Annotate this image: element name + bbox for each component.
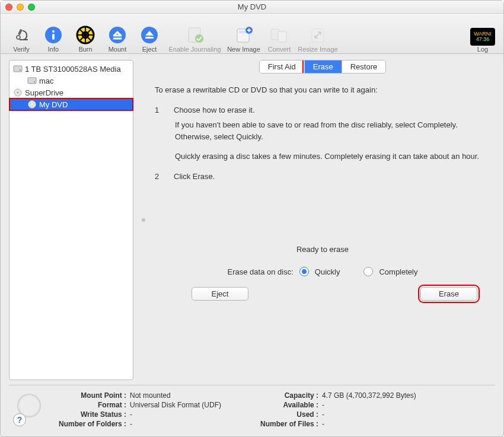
sidebar-item-superdrive[interactable]: SuperDrive: [9, 87, 133, 98]
radio-label: Quickly: [315, 267, 340, 276]
log-line: 47:36: [476, 37, 490, 42]
optical-drive-icon: [13, 88, 23, 97]
meta-key: Available :: [253, 401, 318, 409]
meta-key: Number of Files :: [253, 420, 318, 428]
burn-button[interactable]: Burn: [71, 17, 100, 53]
info-button[interactable]: Info: [39, 17, 68, 53]
erase-action-button[interactable]: Erase: [420, 287, 477, 301]
step-detail: Quickly erasing a disc takes a few minut…: [175, 151, 490, 162]
tab-label: Restore: [350, 62, 378, 71]
main-panel: First Aid Erase Restore To erase a rewri…: [150, 60, 495, 380]
erase-controls: Ready to erase Erase data on disc: Quick…: [150, 245, 495, 301]
sidebar[interactable]: 1 TB ST31000528AS Media mac SuperDrive M…: [9, 60, 133, 380]
tab-erase[interactable]: Erase: [304, 60, 342, 73]
footer-info: Mount Point :Not mounted Format :Univers…: [9, 385, 495, 432]
svg-point-1: [17, 36, 20, 39]
meta-value: -: [322, 401, 416, 409]
toolbar-label: New Image: [227, 46, 260, 53]
svg-point-29: [17, 92, 19, 94]
help-label: ?: [17, 415, 23, 425]
svg-rect-15: [145, 37, 154, 39]
sidebar-item-media[interactable]: 1 TB ST31000528AS Media: [9, 63, 133, 75]
meta-key: Used :: [253, 410, 318, 419]
instructions: To erase a rewritable CD or DVD so that …: [150, 74, 495, 186]
svg-rect-4: [52, 34, 55, 40]
resize-image-button: Resize Image: [296, 17, 339, 53]
step-detail: If you haven't been able to save to or r…: [175, 119, 490, 142]
ready-label: Ready to erase: [150, 245, 495, 254]
log-icon: WARNI 47:36: [470, 28, 495, 46]
tab-restore[interactable]: Restore: [342, 60, 386, 73]
meta-value: Universal Disk Format (UDF): [130, 401, 245, 409]
new-image-button[interactable]: New Image: [225, 17, 262, 53]
titlebar: My DVD: [1, 1, 503, 14]
svg-rect-0: [18, 28, 23, 35]
meta-key: Mount Point :: [49, 391, 126, 400]
svg-point-27: [34, 81, 35, 82]
svg-point-25: [20, 69, 21, 71]
convert-button: Convert: [264, 17, 294, 53]
svg-point-31: [31, 104, 33, 106]
sidebar-label: My DVD: [39, 100, 68, 109]
sidebar-label: mac: [39, 76, 54, 85]
new-image-icon: [233, 24, 254, 46]
radio-quickly[interactable]: [299, 267, 309, 276]
toolbar-label: Eject: [142, 46, 157, 53]
toolbar-label: Burn: [78, 46, 92, 53]
toolbar: Verify Info Burn Mount Eject: [1, 14, 503, 54]
svg-rect-24: [14, 66, 22, 72]
meta-right: Capacity :4.7 GB (4,700,372,992 Bytes) A…: [253, 391, 416, 428]
step-text: Click Erase.: [174, 171, 215, 183]
toolbar-label: Convert: [268, 46, 291, 53]
toolbar-label: Resize Image: [298, 46, 337, 53]
toolbar-label: Verify: [13, 46, 30, 53]
button-label: Eject: [212, 289, 229, 298]
tab-label: Erase: [313, 62, 333, 71]
window: My DVD Verify Info Burn Mount: [0, 0, 504, 437]
help-button[interactable]: ?: [13, 413, 26, 426]
meta-key: Number of Folders :: [49, 420, 126, 428]
meta-key: Write Status :: [49, 410, 126, 419]
intro-text: To erase a rewritable CD or DVD so that …: [155, 84, 490, 96]
meta-value: -: [322, 420, 416, 428]
sidebar-item-volume[interactable]: mac: [9, 75, 133, 87]
mount-button[interactable]: Mount: [103, 17, 132, 53]
meta-value: Not mounted: [130, 391, 245, 400]
meta-left: Mount Point :Not mounted Format :Univers…: [49, 391, 245, 428]
convert-icon: [269, 24, 290, 46]
enable-journaling-button: Enable Journaling: [167, 17, 223, 53]
step-number: 2: [155, 171, 162, 183]
eject-icon: [139, 24, 160, 46]
meta-value: 4.7 GB (4,700,372,992 Bytes): [322, 391, 416, 400]
button-label: Erase: [439, 289, 459, 298]
sidebar-item-mydvd[interactable]: My DVD: [9, 98, 133, 110]
meta-value: -: [130, 410, 245, 419]
meta-value: -: [130, 420, 245, 428]
sidebar-label: SuperDrive: [25, 88, 63, 97]
step-number: 1: [155, 104, 162, 116]
eject-button[interactable]: Eject: [135, 17, 164, 53]
hdd-icon: [13, 64, 23, 74]
content: 1 TB ST31000528AS Media mac SuperDrive M…: [1, 54, 503, 436]
toolbar-label: Enable Journaling: [168, 46, 221, 53]
hdd-icon: [27, 76, 37, 85]
svg-point-3: [52, 30, 55, 33]
microscope-icon: [11, 24, 32, 46]
disc-icon: [27, 100, 37, 109]
log-button[interactable]: WARNI 47:36 Log: [468, 17, 497, 53]
meta-key: Capacity :: [253, 391, 318, 400]
toolbar-label: Info: [48, 46, 59, 53]
tab-first-aid[interactable]: First Aid: [260, 60, 304, 73]
eject-action-button[interactable]: Eject: [192, 287, 248, 301]
svg-rect-26: [28, 78, 36, 84]
radio-label: Completely: [379, 267, 417, 276]
toolbar-label: Log: [477, 46, 488, 53]
step-text: Choose how to erase it.: [174, 104, 255, 116]
meta-key: Format :: [49, 401, 126, 409]
verify-button[interactable]: Verify: [7, 17, 36, 53]
sidebar-resize-handle[interactable]: [142, 218, 145, 222]
svg-rect-22: [278, 31, 286, 42]
tab-bar: First Aid Erase Restore: [259, 60, 386, 74]
svg-point-17: [195, 34, 203, 43]
radio-completely[interactable]: [363, 267, 373, 276]
